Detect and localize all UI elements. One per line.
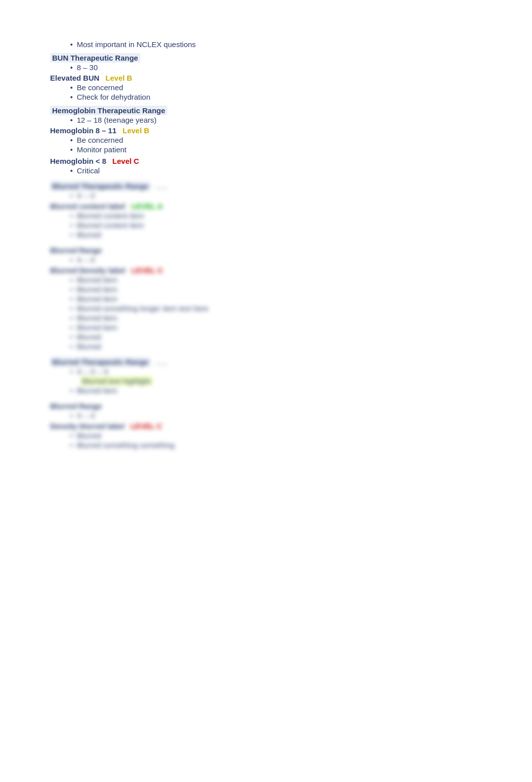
bun-header: BUN Therapeutic Range — [50, 54, 482, 62]
bun-range: 8 – 30 — [70, 63, 482, 72]
hemoglobin-critical-label: Hemoglobin < 8 Level C — [50, 157, 482, 165]
blurred-b3: Blurred — [70, 230, 482, 239]
blurred-b8: Blurred item — [70, 314, 482, 322]
bun-header-text: BUN Therapeutic Range — [50, 53, 140, 63]
elevated-bun-label: Elevated BUN Level B — [50, 74, 482, 82]
blurred-range-4: X – X — [70, 411, 482, 420]
bun-bullet-2: Check for dehydration — [70, 93, 482, 101]
blurred-range-1: X – X — [70, 191, 482, 200]
elevated-bun-level: Level B — [106, 74, 132, 82]
blurred-sub-4: Density blurred label LEVEL C — [50, 422, 482, 430]
blurred-section-1-header: Blurred Therapeutic Range …… — [50, 182, 482, 190]
blurred-b2: Blurred content item — [70, 221, 482, 229]
blurred-b12: Blurred item — [70, 386, 482, 395]
hemoglobin-bullet-1: Be concerned — [70, 136, 482, 144]
blurred-section-3-header: Blurred Therapeutic Range …… — [50, 358, 482, 366]
hemoglobin-bullet-2: Monitor patient — [70, 145, 482, 154]
blurred-sub-highlight: Blurred text highlight — [80, 377, 482, 385]
blurred-b7: Blurred something longer item text here — [70, 304, 482, 313]
blurred-b4: Blurred item — [70, 276, 482, 284]
blurred-range-3: X – X – X — [70, 367, 482, 376]
blurred-b6: Blurred item — [70, 295, 482, 303]
blurred-b9: Blurred item — [70, 323, 482, 332]
elevated-bun-text: Elevated BUN — [50, 74, 99, 82]
hemoglobin-header-text: Hemoglobin Therapeutic Range — [50, 106, 167, 115]
hemoglobin-critical-level: Level C — [112, 157, 139, 165]
blurred-range-2: X – X — [70, 255, 482, 264]
blurred-b1: Blurred content item — [70, 211, 482, 220]
hemoglobin-range: 12 – 18 (teenage years) — [70, 116, 482, 124]
blurred-section-2-header: Blurred Range — [50, 246, 482, 254]
hemoglobin-header: Hemoglobin Therapeutic Range — [50, 106, 482, 115]
blurred-b14: Blurred something something — [70, 441, 482, 449]
blurred-b13: Blurred — [70, 431, 482, 440]
bun-bullet-1: Be concerned — [70, 83, 482, 92]
top-bullet: Most important in NCLEX questions — [70, 40, 482, 49]
blurred-sub-1: Blurred content label LEVEL A — [50, 202, 482, 210]
hemoglobin-critical-bullet-1: Critical — [70, 166, 482, 175]
blurred-b5: Blurred item — [70, 285, 482, 294]
blurred-section-4-header: Blurred Range — [50, 402, 482, 410]
hemoglobin-low-level: Level B — [123, 126, 149, 135]
blurred-sub-2: Blurred Density label LEVEL C — [50, 266, 482, 275]
hemoglobin-critical-text: Hemoglobin < 8 — [50, 157, 106, 165]
blurred-b11: Blurred — [70, 342, 482, 351]
hemoglobin-low-label: Hemoglobin 8 – 11 Level B — [50, 126, 482, 135]
blurred-b10: Blurred — [70, 333, 482, 341]
hemoglobin-low-text: Hemoglobin 8 – 11 — [50, 126, 117, 135]
